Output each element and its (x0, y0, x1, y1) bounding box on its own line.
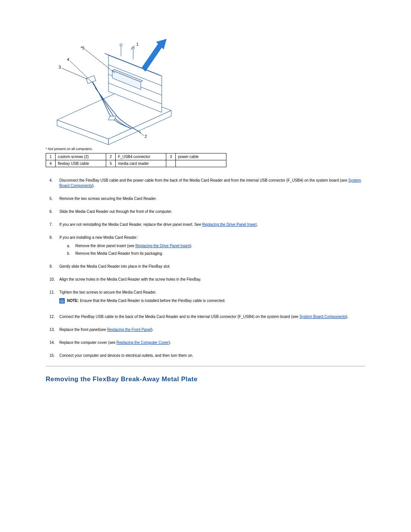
step-7: If you are not reinstalling the Media Ca… (49, 222, 365, 227)
step-15: Connect your computer and devices to ele… (49, 353, 365, 358)
legend-cell: custom screws (2) (56, 153, 106, 160)
step-4: Disconnect the FlexBay USB cable and the… (49, 178, 365, 189)
step-text: ). (346, 315, 348, 319)
legend-cell: 4 (46, 160, 56, 167)
substeps: Remove the drive panel insert (see Repla… (67, 243, 365, 256)
step-text: Replace the front panel(see (59, 328, 107, 332)
step-text: . (257, 222, 258, 227)
callout-legend-table: 1 custom screws (2) 2 F_USB4 connector 3… (46, 153, 226, 167)
svg-text:1: 1 (136, 42, 139, 46)
step-11: Tighten the two screws to secure the Med… (49, 290, 365, 304)
link-drive-panel-insert[interactable]: Replacing the Drive Panel Insert (202, 222, 256, 227)
svg-rect-16 (86, 76, 96, 84)
step-text: Connect the FlexBay USB cable to the bac… (59, 315, 299, 319)
link-drive-panel-insert[interactable]: Replacing the Drive Panel Insert (135, 244, 190, 248)
step-text: If you are not reinstalling the Media Ca… (59, 222, 202, 227)
legend-cell (166, 160, 176, 167)
step-9: Gently slide the Media Card Reader into … (49, 264, 365, 269)
link-computer-cover[interactable]: Replacing the Computer Cover (116, 340, 169, 345)
step-text: ). (169, 340, 171, 345)
step-text: ). (92, 184, 94, 188)
legend-cell: F_USB4 connector (116, 153, 166, 160)
section-heading: Removing the FlexBay Break-Away Metal Pl… (46, 375, 365, 383)
note-text: NOTE: Ensure that the Media Card Reader … (67, 298, 225, 304)
legend-cell (176, 160, 226, 167)
svg-text:3: 3 (59, 65, 61, 69)
substep-b: Remove the Media Card Reader from its pa… (67, 251, 365, 256)
step-13: Replace the front panel(see Replacing th… (49, 327, 365, 332)
step-12: Connect the FlexBay USB cable to the bac… (49, 314, 365, 320)
svg-text:2: 2 (145, 134, 147, 139)
legend-cell: flexbay USB cable (56, 160, 106, 167)
step-text: If you are installing a new Media Card R… (59, 235, 138, 240)
step-6: Slide the Media Card Reader out through … (49, 209, 365, 214)
note-block: NOTE: Ensure that the Media Card Reader … (59, 298, 365, 304)
legend-cell: media card reader (116, 160, 166, 167)
note-icon (59, 298, 65, 304)
legend-cell: power cable (176, 153, 226, 160)
note-body: Ensure that the Media Card Reader is ins… (79, 299, 225, 303)
section-divider (46, 366, 365, 366)
svg-marker-10 (142, 43, 162, 72)
svg-line-21 (139, 132, 144, 136)
step-10: Align the screw holes in the Media Card … (49, 277, 365, 282)
link-front-panel[interactable]: Replacing the Front Panel (107, 328, 151, 332)
step-text: Tighten the two screws to secure the Med… (59, 290, 156, 294)
technical-diagram: 1 2 3 4 *5 (46, 38, 175, 145)
step-text: ). (190, 244, 192, 248)
document-page: 1 2 3 4 *5 * Not present on all computer… (0, 0, 411, 528)
step-14: Replace the computer cover (see Replacin… (49, 340, 365, 345)
step-text: ). (151, 328, 153, 332)
diagram-svg: 1 2 3 4 *5 (46, 38, 175, 145)
legend-cell: 5 (106, 160, 116, 167)
note-label: NOTE: (67, 299, 79, 303)
link-system-board[interactable]: System Board Components (299, 315, 346, 319)
svg-rect-17 (108, 116, 116, 120)
legend-cell: 3 (166, 153, 176, 160)
step-5: Remove the two screws securing the Media… (49, 196, 365, 201)
substep-a: Remove the drive panel insert (see Repla… (67, 243, 365, 249)
svg-text:*5: *5 (81, 46, 84, 50)
svg-line-23 (62, 68, 88, 79)
step-8: If you are installing a new Media Card R… (49, 235, 365, 256)
instruction-steps: Disconnect the FlexBay USB cable and the… (49, 178, 365, 358)
svg-text:4: 4 (67, 57, 69, 62)
svg-line-25 (70, 61, 94, 85)
step-text: Replace the computer cover (see (59, 340, 116, 345)
legend-cell: 2 (106, 153, 116, 160)
step-text: Disconnect the FlexBay USB cable and the… (59, 178, 348, 182)
diagram-footnote: * Not present on all computers. (46, 147, 365, 151)
svg-point-13 (120, 44, 122, 46)
step-text: Remove the drive panel insert (see (75, 244, 135, 248)
legend-cell: 1 (46, 153, 56, 160)
